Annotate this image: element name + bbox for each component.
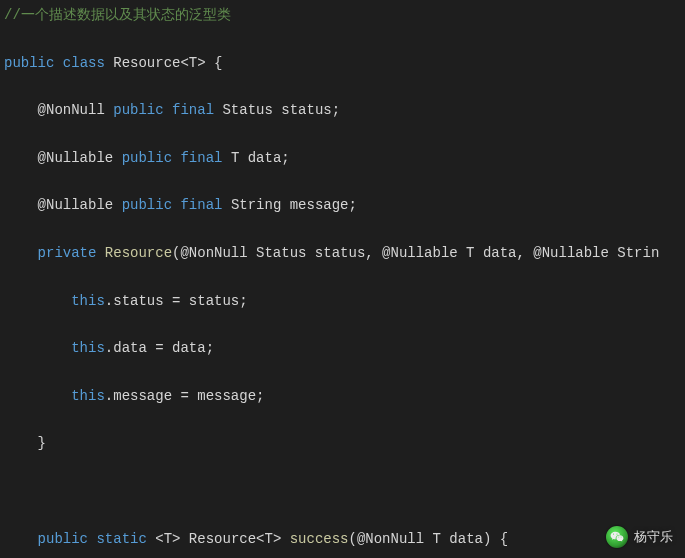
ctor-name: Resource: [105, 245, 172, 261]
anno-nullable: @Nullable: [38, 150, 114, 166]
anno-nonnull: @NonNull: [38, 102, 105, 118]
field-status: Status status;: [222, 102, 340, 118]
mods: public final: [113, 102, 214, 118]
anno-nullable: @Nullable: [38, 197, 114, 213]
assign-status: .status = status;: [105, 293, 248, 309]
mods: public final: [122, 150, 223, 166]
assign-data: .data = data;: [105, 340, 214, 356]
mods: public final: [122, 197, 223, 213]
watermark: 杨守乐: [606, 526, 673, 548]
kw-class: class: [63, 55, 105, 71]
watermark-name: 杨守乐: [634, 526, 673, 548]
class-decl: Resource<T> {: [113, 55, 222, 71]
field-message: String message;: [231, 197, 357, 213]
kw-this: this: [71, 293, 105, 309]
generic: <T> Resource<T>: [155, 531, 281, 547]
close-brace: }: [38, 435, 46, 451]
method-success: success: [290, 531, 349, 547]
kw-static: static: [96, 531, 146, 547]
ctor-sig: (@NonNull Status status, @Nullable T dat…: [172, 245, 659, 261]
code-comment: //一个描述数据以及其状态的泛型类: [4, 7, 231, 23]
kw-this: this: [71, 340, 105, 356]
kw-private: private: [38, 245, 97, 261]
kw-public: public: [4, 55, 54, 71]
wechat-icon: [606, 526, 628, 548]
sig: (@NonNull T data) {: [349, 531, 509, 547]
kw-public: public: [38, 531, 88, 547]
code-block: //一个描述数据以及其状态的泛型类 public class Resource<…: [4, 4, 685, 558]
assign-message: .message = message;: [105, 388, 265, 404]
kw-this: this: [71, 388, 105, 404]
field-data: T data;: [231, 150, 290, 166]
